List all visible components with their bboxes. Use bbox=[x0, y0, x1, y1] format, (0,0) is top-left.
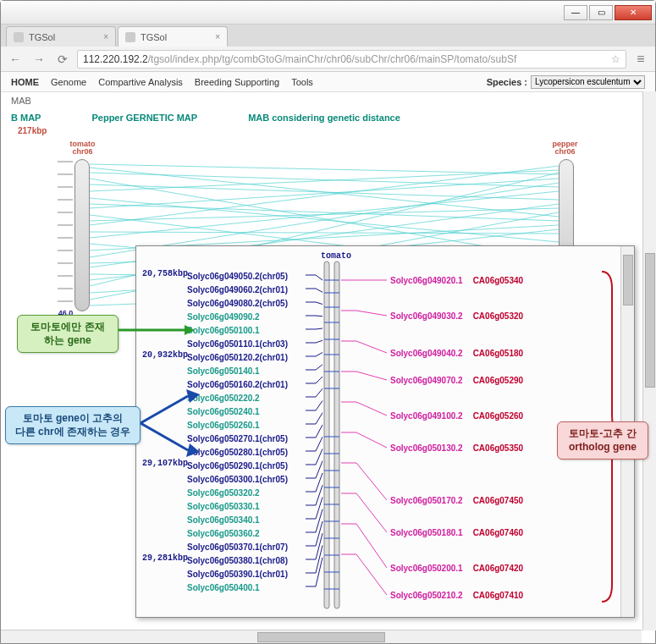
back-button[interactable]: ← bbox=[6, 50, 25, 69]
svg-line-12 bbox=[90, 232, 559, 234]
site-menu: HOME Genome Compartive Analysis Breeding… bbox=[1, 72, 655, 92]
kbp-label: 20,932kbp bbox=[142, 350, 188, 360]
gene-row[interactable]: Solyc06g050330.1 bbox=[187, 500, 288, 514]
svg-line-7 bbox=[90, 204, 559, 221]
svg-line-59 bbox=[141, 396, 188, 423]
svg-line-0 bbox=[90, 164, 559, 174]
gene-row[interactable]: Solyc06g050140.1 bbox=[187, 365, 288, 378]
svg-marker-58 bbox=[185, 325, 195, 335]
svg-marker-62 bbox=[186, 443, 200, 457]
browser-tab-0[interactable]: TGSol × bbox=[6, 26, 116, 47]
gene-row[interactable]: Solyc06g049080.2(chr05) bbox=[187, 297, 288, 311]
favicon-icon bbox=[14, 32, 24, 42]
maximize-button[interactable]: ▭ bbox=[589, 5, 613, 20]
species-selector: Species : Lycopersicon esculentum bbox=[487, 75, 645, 89]
close-icon[interactable]: × bbox=[103, 32, 108, 41]
svg-line-4 bbox=[90, 184, 559, 200]
callout-tomato-only: 토마토에만 존재하는 gene bbox=[17, 315, 119, 353]
tab-title: TGSol bbox=[29, 32, 55, 42]
gene-row[interactable]: Solyc06g049060.2(chr01) bbox=[187, 283, 288, 297]
vertical-scrollbar[interactable] bbox=[642, 91, 656, 630]
svg-line-13 bbox=[90, 191, 559, 238]
kbp-label: 29,107kbp bbox=[142, 459, 188, 468]
gene-row[interactable]: Solyc06g049090.2 bbox=[187, 311, 288, 324]
callout-ortholog: 토마토-고추 간ortholog gene bbox=[557, 421, 648, 460]
url-path: /tgsol/index.php/tg/combGtoG/mainChr/chr… bbox=[148, 53, 517, 65]
window-titlebar: — ▭ ✕ bbox=[1, 1, 655, 25]
forward-button[interactable]: → bbox=[30, 50, 48, 69]
gene-row[interactable]: Solyc06g050100.1 bbox=[187, 324, 288, 338]
ortholog-row[interactable]: Solyc06g049100.2CA06g05260 bbox=[390, 412, 523, 421]
ortholog-row[interactable]: Solyc06g049020.1CA06g05340 bbox=[390, 277, 523, 285]
horizontal-scrollbar[interactable] bbox=[1, 630, 642, 643]
gene-row[interactable]: Solyc06g050400.1 bbox=[187, 581, 288, 595]
breadcrumb: MAB bbox=[1, 92, 655, 109]
link-mab[interactable]: MAB considering genetic distance bbox=[248, 113, 400, 123]
close-button[interactable]: ✕ bbox=[615, 5, 652, 20]
bookmark-star-icon[interactable]: ☆ bbox=[611, 53, 620, 65]
ortholog-row[interactable]: Solyc06g050130.2CA06g05350 bbox=[390, 444, 523, 453]
arrow-green bbox=[119, 323, 195, 340]
ortholog-row[interactable]: Solyc06g050180.1CA06g07460 bbox=[390, 529, 523, 537]
kbp-label: 20,758kbp bbox=[142, 269, 188, 278]
scale-label: 217kbp bbox=[1, 126, 655, 135]
menu-comparative[interactable]: Compartive Analysis bbox=[98, 77, 183, 87]
menu-button[interactable]: ≡ bbox=[631, 50, 650, 69]
gene-row[interactable]: Solyc06g050370.1(chr07) bbox=[187, 541, 288, 554]
gene-row[interactable]: Solyc06g050270.1(chr05) bbox=[187, 432, 288, 446]
ortholog-row[interactable]: Solyc06g050200.1CA06g07420 bbox=[390, 564, 523, 573]
svg-marker-60 bbox=[186, 389, 200, 403]
ortholog-row[interactable]: Solyc06g050210.2CA06g07410 bbox=[390, 592, 523, 600]
ortholog-row[interactable]: Solyc06g049040.2CA06g05180 bbox=[390, 350, 523, 358]
gene-row[interactable]: Solyc06g050290.1(chr05) bbox=[187, 460, 288, 473]
menu-tools[interactable]: Tools bbox=[291, 77, 313, 87]
svg-line-61 bbox=[141, 423, 188, 450]
svg-line-5 bbox=[90, 170, 559, 191]
link-bmap[interactable]: B MAP bbox=[11, 113, 41, 123]
gene-row[interactable]: Solyc06g050260.1 bbox=[187, 419, 288, 432]
gene-row[interactable]: Solyc06g050300.1(chr05) bbox=[187, 473, 288, 487]
tab-title: TGSol bbox=[141, 32, 167, 42]
ortholog-row[interactable]: Solyc06g049030.2CA06g05320 bbox=[390, 312, 523, 321]
gene-row[interactable]: Solyc06g050120.2(chr01) bbox=[187, 351, 288, 365]
gene-row[interactable]: Solyc06g050360.2 bbox=[187, 527, 288, 541]
url-field[interactable]: 112.220.192.2/tgsol/index.php/tg/combGto… bbox=[77, 50, 626, 69]
kbp-label: 29,281kbp bbox=[142, 553, 188, 563]
reload-button[interactable]: ⟳ bbox=[53, 50, 72, 69]
svg-line-8 bbox=[90, 179, 559, 208]
link-pepper-map[interactable]: Pepper GERNETIC MAP bbox=[91, 113, 197, 123]
ortholog-row[interactable]: Solyc06g050170.2CA06g07450 bbox=[390, 497, 523, 505]
gene-list: Solyc06g049050.2(chr05)Solyc06g049060.2(… bbox=[187, 270, 288, 595]
gene-row[interactable]: Solyc06g050280.1(chr05) bbox=[187, 446, 288, 460]
gene-row[interactable]: Solyc06g050220.2 bbox=[187, 392, 288, 405]
menu-genome[interactable]: Genome bbox=[51, 77, 86, 87]
url-host: 112.220.192.2 bbox=[83, 53, 148, 65]
svg-rect-38 bbox=[334, 261, 339, 608]
gene-row[interactable]: Solyc06g050110.1(chr03) bbox=[187, 338, 288, 351]
browser-tab-1[interactable]: TGSol × bbox=[118, 26, 228, 47]
gene-row[interactable]: Solyc06g049050.2(chr05) bbox=[187, 270, 288, 283]
gene-row[interactable]: Solyc06g050320.2 bbox=[187, 487, 288, 500]
minimize-button[interactable]: — bbox=[564, 5, 587, 20]
menu-home[interactable]: HOME bbox=[11, 77, 39, 87]
tabstrip: TGSol × TGSol × bbox=[1, 25, 655, 47]
ortholog-row[interactable]: Solyc06g049070.2CA06g05290 bbox=[390, 377, 523, 385]
callout-other-chr: 토마토 gene이 고추의다른 chr에 존재하는 경우 bbox=[5, 406, 141, 444]
svg-rect-37 bbox=[324, 261, 329, 608]
address-bar: ← → ⟳ 112.220.192.2/tgsol/index.php/tg/c… bbox=[1, 47, 655, 72]
arrow-blue bbox=[141, 389, 200, 457]
close-icon[interactable]: × bbox=[215, 32, 220, 41]
species-dropdown[interactable]: Lycopersicon esculentum bbox=[531, 75, 645, 89]
gene-row[interactable]: Solyc06g050380.1(chr08) bbox=[187, 554, 288, 568]
gene-row[interactable]: Solyc06g050160.2(chr01) bbox=[187, 378, 288, 392]
species-label: Species : bbox=[487, 77, 527, 87]
gene-row[interactable]: Solyc06g050390.1(chr01) bbox=[187, 568, 288, 581]
gene-row[interactable]: Solyc06g050240.1 bbox=[187, 405, 288, 419]
gene-row[interactable]: Solyc06g050340.1 bbox=[187, 514, 288, 527]
favicon-icon bbox=[125, 32, 135, 42]
map-links: B MAP Pepper GERNETIC MAP MAB considerin… bbox=[1, 109, 655, 126]
menu-breeding[interactable]: Breeding Supporting bbox=[195, 77, 279, 87]
